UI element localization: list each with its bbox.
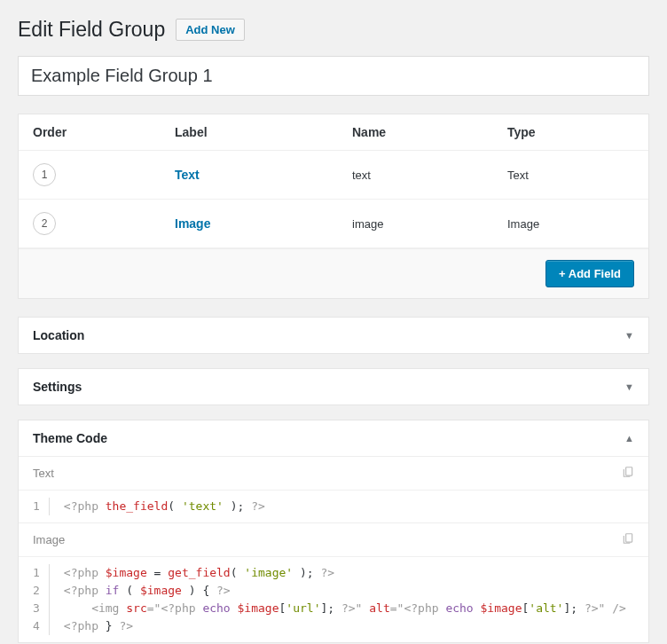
- code-lines[interactable]: <?php $image = get_field( 'image' ); ?><…: [50, 564, 640, 635]
- svg-rect-1: [626, 534, 632, 542]
- col-header-type: Type: [493, 114, 648, 151]
- fields-panel-footer: + Add Field: [19, 248, 648, 298]
- location-postbox: Location ▼: [18, 317, 649, 354]
- field-type-cell: Image: [493, 200, 648, 248]
- field-order-cell: 2: [19, 200, 161, 248]
- code-block: 1234<?php $image = get_field( 'image' );…: [19, 556, 648, 642]
- col-header-name: Name: [338, 114, 493, 151]
- table-header-row: Order Label Name Type: [19, 114, 648, 151]
- clipboard-icon[interactable]: [622, 466, 634, 481]
- chevron-up-icon: ▲: [624, 433, 634, 444]
- settings-title: Settings: [33, 380, 82, 394]
- order-badge[interactable]: 1: [33, 163, 56, 186]
- svg-rect-0: [626, 467, 632, 475]
- field-label-cell: Image: [161, 200, 338, 248]
- add-field-button[interactable]: + Add Field: [545, 260, 634, 287]
- code-section-label: Image: [33, 533, 65, 546]
- field-label-link[interactable]: Text: [175, 168, 200, 182]
- code-section: Image1234<?php $image = get_field( 'imag…: [19, 522, 648, 642]
- field-name-cell: text: [338, 151, 493, 200]
- location-title: Location: [33, 328, 84, 342]
- location-postbox-header[interactable]: Location ▼: [19, 318, 648, 353]
- code-section-header: Text: [19, 457, 648, 490]
- field-label-cell: Text: [161, 151, 338, 200]
- add-new-button[interactable]: Add New: [176, 19, 245, 41]
- clipboard-icon[interactable]: [622, 532, 634, 547]
- col-header-label: Label: [161, 114, 338, 151]
- line-numbers: 1234: [19, 564, 50, 635]
- chevron-down-icon: ▼: [624, 381, 634, 392]
- theme-code-title: Theme Code: [33, 431, 107, 445]
- fields-table: Order Label Name Type 1TexttextText2Imag…: [19, 114, 648, 248]
- settings-postbox: Settings ▼: [18, 368, 649, 405]
- code-section-label: Text: [33, 467, 54, 480]
- fields-panel: Order Label Name Type 1TexttextText2Imag…: [18, 114, 649, 299]
- code-section: Text1<?php the_field( 'text' ); ?>: [19, 456, 648, 522]
- field-type-cell: Text: [493, 151, 648, 200]
- field-group-title-input[interactable]: [18, 56, 649, 96]
- code-block: 1<?php the_field( 'text' ); ?>: [19, 490, 648, 522]
- code-section-header: Image: [19, 523, 648, 556]
- field-name-cell: image: [338, 200, 493, 248]
- table-row[interactable]: 2ImageimageImage: [19, 200, 648, 248]
- order-badge[interactable]: 2: [33, 212, 56, 235]
- code-lines[interactable]: <?php the_field( 'text' ); ?>: [50, 498, 279, 515]
- field-label-link[interactable]: Image: [175, 216, 210, 231]
- chevron-down-icon: ▼: [624, 330, 634, 341]
- page-title: Edit Field Group: [18, 18, 165, 42]
- settings-postbox-header[interactable]: Settings ▼: [19, 369, 648, 404]
- page-header: Edit Field Group Add New: [18, 18, 649, 42]
- field-order-cell: 1: [19, 151, 161, 200]
- line-numbers: 1: [19, 498, 50, 515]
- theme-code-postbox-header[interactable]: Theme Code ▲: [19, 420, 648, 456]
- col-header-order: Order: [19, 114, 161, 151]
- theme-code-postbox: Theme Code ▲ Text1<?php the_field( 'text…: [18, 420, 649, 643]
- table-row[interactable]: 1TexttextText: [19, 151, 648, 200]
